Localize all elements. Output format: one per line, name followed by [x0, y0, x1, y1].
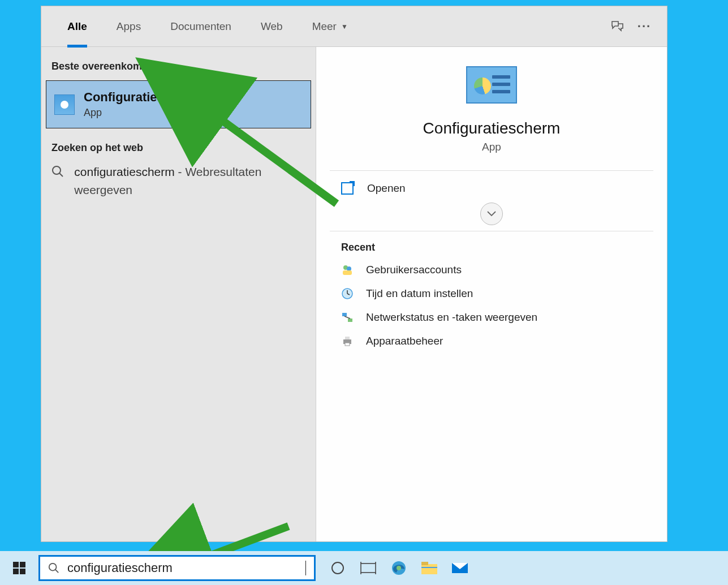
svg-rect-29: [421, 562, 428, 565]
recent-item[interactable]: Netwerkstatus en -taken weergeven: [316, 306, 667, 329]
taskbar: [0, 551, 728, 585]
start-search-panel: Alle Apps Documenten Web Meer ▼ ··· Best…: [41, 6, 667, 542]
preview-subtitle: App: [482, 141, 501, 153]
recent-heading: Recent: [316, 231, 667, 258]
preview-pane: Configuratiescherm App Openen Recent Geb…: [316, 47, 667, 541]
svg-point-0: [53, 166, 61, 174]
svg-point-27: [397, 566, 401, 570]
edge-button[interactable]: [384, 552, 414, 584]
tab-all[interactable]: Alle: [53, 6, 102, 47]
svg-rect-21: [361, 564, 376, 573]
tab-more[interactable]: Meer ▼: [298, 6, 363, 47]
preview-title: Configuratiescherm: [423, 119, 561, 137]
feedback-icon[interactable]: [606, 15, 628, 38]
best-match-heading: Beste overeenkomst: [41, 53, 316, 76]
recent-item[interactable]: Gebruikersaccounts: [316, 258, 667, 282]
control-panel-large-icon: [466, 66, 517, 104]
mail-button[interactable]: [445, 552, 475, 584]
svg-point-20: [332, 562, 343, 574]
network-icon: [341, 311, 354, 324]
svg-rect-28: [421, 564, 437, 574]
taskbar-search[interactable]: [38, 555, 316, 581]
printer-icon: [341, 335, 354, 347]
more-options-icon[interactable]: ···: [633, 15, 656, 38]
svg-point-18: [49, 564, 57, 571]
web-section-heading: Zoeken op het web: [41, 134, 316, 157]
svg-line-19: [55, 570, 58, 573]
result-title: Configuratiescherm: [84, 90, 201, 105]
tab-documents[interactable]: Documenten: [156, 6, 246, 47]
control-panel-icon: [54, 94, 75, 115]
search-tabs: Alle Apps Documenten Web Meer ▼ ···: [41, 6, 667, 47]
web-result-label: configuratiescherm - Webresultaten weerg…: [74, 163, 305, 199]
svg-line-10: [344, 316, 350, 319]
search-icon: [51, 165, 64, 179]
windows-icon: [13, 562, 25, 574]
open-icon: [341, 182, 354, 195]
open-action[interactable]: Openen: [316, 171, 667, 206]
svg-rect-13: [345, 343, 350, 346]
web-result[interactable]: configuratiescherm - Webresultaten weerg…: [41, 157, 316, 204]
tab-apps[interactable]: Apps: [102, 6, 156, 47]
clock-icon: [341, 287, 354, 300]
taskbar-search-input[interactable]: [67, 561, 305, 575]
svg-rect-9: [348, 319, 352, 322]
result-subtitle: App: [84, 107, 201, 119]
svg-rect-4: [343, 270, 352, 275]
svg-rect-12: [345, 337, 350, 339]
chevron-down-icon: ▼: [341, 23, 348, 31]
search-icon: [48, 562, 59, 574]
start-button[interactable]: [3, 552, 35, 584]
svg-rect-30: [421, 567, 437, 568]
svg-line-1: [59, 173, 63, 177]
results-pane: Beste overeenkomst Configuratiescherm Ap…: [41, 47, 316, 541]
recent-item[interactable]: Tijd en datum instellen: [316, 282, 667, 306]
text-caret: [305, 561, 306, 575]
best-match-result[interactable]: Configuratiescherm App: [46, 80, 311, 128]
expand-button[interactable]: [480, 203, 503, 225]
svg-point-3: [347, 266, 351, 271]
task-view-button[interactable]: [353, 552, 384, 584]
cortana-button[interactable]: [322, 552, 353, 584]
file-explorer-button[interactable]: [414, 552, 445, 584]
users-icon: [341, 264, 354, 276]
recent-item[interactable]: Apparaatbeheer: [316, 329, 667, 353]
svg-rect-8: [342, 313, 347, 316]
tab-web[interactable]: Web: [246, 6, 298, 47]
